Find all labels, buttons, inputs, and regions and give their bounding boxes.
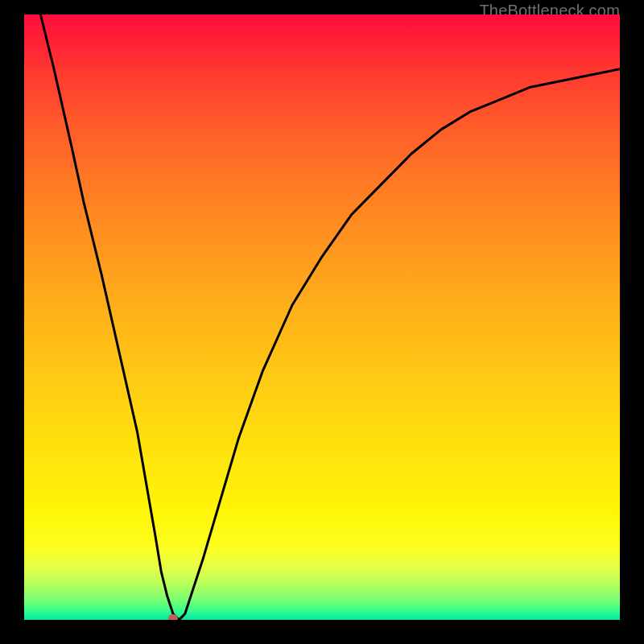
plot-area <box>24 14 620 620</box>
bottleneck-curve <box>24 14 620 620</box>
chart-frame: TheBottleneck.com <box>0 0 644 644</box>
curve-svg <box>24 14 620 620</box>
minimum-marker <box>168 614 178 620</box>
